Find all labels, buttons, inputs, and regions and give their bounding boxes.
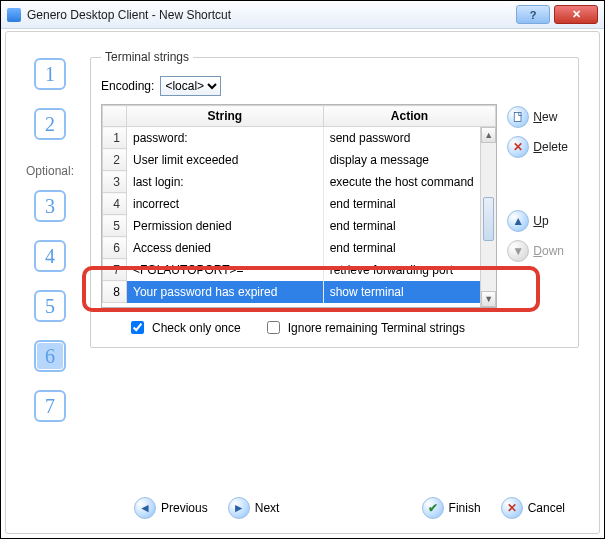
wizard-step-6[interactable]: 6 bbox=[34, 340, 66, 372]
col-num[interactable] bbox=[103, 106, 127, 127]
svg-rect-0 bbox=[515, 113, 522, 122]
ignore-remaining[interactable]: Ignore remaining Terminal strings bbox=[263, 318, 465, 337]
wizard-step-5[interactable]: 5 bbox=[34, 290, 66, 322]
wizard-step-3[interactable]: 3 bbox=[34, 190, 66, 222]
vertical-scrollbar[interactable]: ▲ ▼ bbox=[480, 127, 496, 307]
terminal-strings-group: Terminal strings Encoding: <local> bbox=[90, 50, 579, 348]
close-button[interactable]: ✕ bbox=[554, 5, 598, 24]
encoding-label: Encoding: bbox=[101, 79, 154, 93]
table-row[interactable]: 4 incorrect end terminal bbox=[103, 193, 496, 215]
window-frame: Genero Desktop Client - New Shortcut ? ✕… bbox=[0, 0, 605, 539]
col-action[interactable]: Action bbox=[323, 106, 496, 127]
dialog-content: 1 2 Optional: 3 4 5 6 7 Terminal strings… bbox=[5, 31, 600, 534]
table-row[interactable]: 1 password: send password bbox=[103, 127, 496, 149]
help-button[interactable]: ? bbox=[516, 5, 550, 24]
scroll-thumb[interactable] bbox=[483, 197, 494, 241]
arrow-right-icon: ► bbox=[228, 497, 250, 519]
previous-button[interactable]: ◄ Previous bbox=[134, 497, 208, 519]
table-row[interactable]: 3 last login: execute the host command bbox=[103, 171, 496, 193]
group-legend: Terminal strings bbox=[101, 50, 193, 64]
delete-button[interactable]: ✕ Delete bbox=[507, 136, 568, 158]
scroll-up-button[interactable]: ▲ bbox=[481, 127, 496, 143]
table-row[interactable]: 7 <FGLAUTOPORT>= retrieve forwarding por… bbox=[103, 259, 496, 281]
table-row[interactable]: 6 Access denied end terminal bbox=[103, 237, 496, 259]
wizard-step-7[interactable]: 7 bbox=[34, 390, 66, 422]
strings-table-container: String Action 1 password: send p bbox=[101, 104, 497, 308]
finish-button[interactable]: ✔ Finish bbox=[422, 497, 481, 519]
optional-label: Optional: bbox=[26, 164, 74, 178]
delete-x-icon: ✕ bbox=[507, 136, 529, 158]
check-icon: ✔ bbox=[422, 497, 444, 519]
title-bar[interactable]: Genero Desktop Client - New Shortcut ? ✕ bbox=[1, 1, 604, 29]
up-button[interactable]: ▲ Up bbox=[507, 210, 568, 232]
next-button[interactable]: ► Next bbox=[228, 497, 280, 519]
cancel-button[interactable]: ✕ Cancel bbox=[501, 497, 565, 519]
new-label-u: N bbox=[533, 110, 542, 124]
new-button[interactable]: New bbox=[507, 106, 568, 128]
new-page-icon bbox=[507, 106, 529, 128]
table-row[interactable]: 2 User limit exceeded display a message bbox=[103, 149, 496, 171]
arrow-up-icon: ▲ bbox=[507, 210, 529, 232]
arrow-left-icon: ◄ bbox=[134, 497, 156, 519]
app-icon bbox=[7, 8, 21, 22]
check-only-once[interactable]: Check only once bbox=[127, 318, 241, 337]
scroll-down-button[interactable]: ▼ bbox=[481, 291, 496, 307]
side-actions: New ✕ Delete ▲ Up bbox=[507, 104, 568, 262]
col-string[interactable]: String bbox=[127, 106, 324, 127]
encoding-select[interactable]: <local> bbox=[160, 76, 221, 96]
arrow-down-icon: ▼ bbox=[507, 240, 529, 262]
wizard-step-4[interactable]: 4 bbox=[34, 240, 66, 272]
table-row[interactable]: 5 Permission denied end terminal bbox=[103, 215, 496, 237]
ignore-remaining-box[interactable] bbox=[267, 321, 280, 334]
cancel-x-icon: ✕ bbox=[501, 497, 523, 519]
table-row-selected[interactable]: 8 Your password has expired show termina… bbox=[103, 281, 496, 303]
check-only-once-box[interactable] bbox=[131, 321, 144, 334]
strings-table[interactable]: String Action 1 password: send p bbox=[102, 105, 496, 303]
wizard-steps: 1 2 Optional: 3 4 5 6 7 bbox=[14, 50, 86, 486]
window-title: Genero Desktop Client - New Shortcut bbox=[27, 8, 516, 22]
wizard-step-1[interactable]: 1 bbox=[34, 58, 66, 90]
wizard-step-2[interactable]: 2 bbox=[34, 108, 66, 140]
wizard-nav: ◄ Previous ► Next ✔ Finish ✕ Can bbox=[14, 486, 583, 525]
down-button: ▼ Down bbox=[507, 240, 568, 262]
